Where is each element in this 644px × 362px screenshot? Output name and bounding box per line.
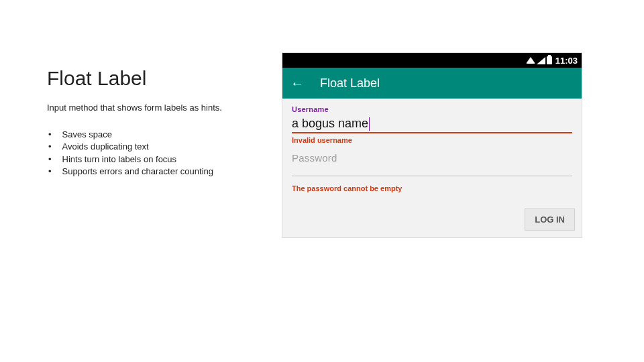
list-item: Avoids duplicating text <box>48 141 268 153</box>
status-bar: 11:03 <box>282 53 582 68</box>
username-value: a bogus name <box>292 117 368 132</box>
bullet-list: Saves space Avoids duplicating text Hint… <box>47 129 268 178</box>
clock-text: 11:03 <box>555 56 578 66</box>
signal-icon <box>537 57 545 64</box>
password-label: Password <box>292 152 572 164</box>
wifi-icon <box>526 57 535 64</box>
list-item: Supports errors and character counting <box>48 166 268 178</box>
password-error: The password cannot be empty <box>292 184 572 192</box>
device-mock: 11:03 ← Float Label Username a bogus nam… <box>282 52 582 238</box>
username-error: Invalid username <box>292 136 572 144</box>
app-bar: ← Float Label <box>282 68 582 99</box>
username-underline <box>292 132 572 133</box>
username-label: Username <box>292 105 572 113</box>
battery-icon <box>547 56 552 64</box>
back-icon[interactable]: ← <box>290 76 304 91</box>
list-item: Hints turn into labels on focus <box>48 154 268 166</box>
phone-frame: 11:03 ← Float Label Username a bogus nam… <box>282 52 582 238</box>
text-cursor-icon <box>369 117 370 131</box>
slide-title: Float Label <box>47 67 268 90</box>
password-field[interactable]: Password The password cannot be empty <box>292 152 572 192</box>
text-column: Float Label Input method that shows form… <box>0 0 268 362</box>
username-input[interactable]: a bogus name <box>292 113 572 132</box>
login-button[interactable]: LOG IN <box>525 208 575 231</box>
slide-subtitle: Input method that shows form labels as h… <box>47 102 235 114</box>
button-row: LOG IN <box>282 203 582 237</box>
slide: Float Label Input method that shows form… <box>0 0 644 362</box>
appbar-title: Float Label <box>320 76 380 90</box>
form-area: Username a bogus name Invalid username P… <box>282 99 582 203</box>
list-item: Saves space <box>48 129 268 141</box>
username-field[interactable]: Username a bogus name Invalid username <box>292 105 572 144</box>
